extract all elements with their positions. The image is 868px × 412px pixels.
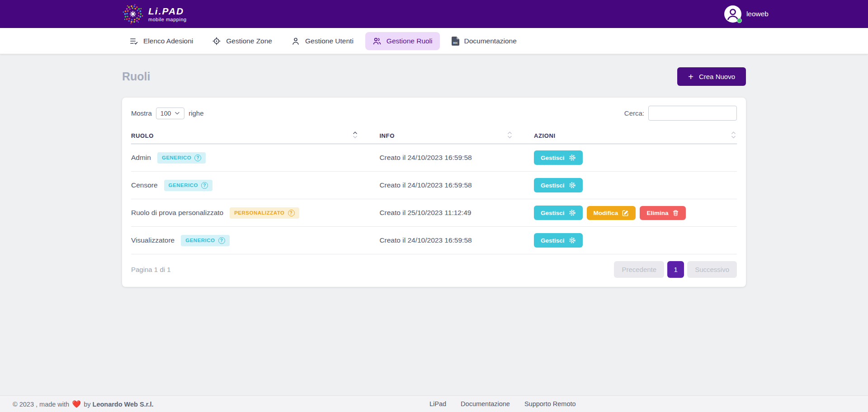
table-row: CensoreGENERICO?Creato il 24/10/2023 16:… [131, 172, 737, 199]
elimina-button[interactable]: Elimina [640, 206, 686, 220]
modifica-button[interactable]: Modifica [587, 206, 636, 220]
users-icon [373, 37, 382, 46]
nav-elenco-adesioni[interactable]: Elenco Adesioni [122, 32, 200, 50]
user-icon [291, 37, 300, 46]
gear-icon [569, 182, 576, 189]
plus-icon: + [688, 72, 693, 81]
edit-icon [622, 210, 629, 216]
nav-gestione-ruoli[interactable]: Gestione Ruoli [365, 32, 440, 50]
role-type-badge: GENERICO? [181, 235, 229, 246]
footer-link-lipad[interactable]: LiPad [429, 400, 446, 407]
help-icon[interactable]: ? [201, 182, 208, 189]
help-icon[interactable]: ? [218, 237, 225, 244]
company-name: Leonardo Web S.r.l. [93, 401, 154, 408]
created-at-text: Creato il 24/10/2023 16:59:58 [379, 236, 472, 244]
nav-label: Gestione Zone [226, 37, 272, 45]
copyright: © 2023 , made with ❤️ by Leonardo Web S.… [13, 400, 154, 408]
role-name: Ruolo di prova personalizzato [131, 208, 223, 216]
column-header-info[interactable]: INFO [379, 127, 534, 144]
username-label: leoweb [746, 10, 769, 18]
list-check-icon [129, 37, 138, 46]
nav-gestione-utenti[interactable]: Gestione Utenti [284, 32, 361, 50]
gear-icon [569, 209, 576, 216]
top-header: Li.PAD mobile mapping leoweb [0, 0, 868, 28]
show-label: Mostra [131, 109, 152, 117]
page-summary: Pagina 1 di 1 [131, 266, 171, 273]
column-header-ruolo[interactable]: RUOLO [131, 127, 379, 144]
table-row: VisualizzatoreGENERICO?Creato il 24/10/2… [131, 227, 737, 254]
column-header-azioni[interactable]: AZIONI [534, 127, 737, 144]
footer-links: LiPad Documentazione Supporto Remoto [429, 400, 576, 407]
trash-icon [672, 210, 679, 216]
footer-link-supporto-remoto[interactable]: Supporto Remoto [524, 400, 576, 407]
role-type-badge: PERSONALIZZATO? [230, 207, 299, 219]
gear-icon [569, 154, 576, 161]
role-name: Censore [131, 181, 158, 188]
page-1-button[interactable]: 1 [667, 261, 684, 278]
role-type-badge: GENERICO? [164, 180, 212, 191]
table-row: Ruolo di prova personalizzatoPERSONALIZZ… [131, 199, 737, 227]
user-menu[interactable]: leoweb [724, 5, 769, 23]
previous-page-button[interactable]: Precedente [614, 261, 664, 278]
app-logo[interactable]: Li.PAD mobile mapping [122, 3, 187, 25]
gestisci-button[interactable]: Gestisci [534, 206, 583, 220]
role-name: Admin [131, 153, 151, 161]
gestisci-button[interactable]: Gestisci [534, 150, 583, 165]
sort-icons [507, 131, 512, 138]
rows-label: righe [189, 109, 203, 117]
roles-card: Mostra 100 righe Cerca: [122, 98, 746, 287]
create-new-button[interactable]: + Crea Nuovo [677, 67, 746, 86]
next-page-button[interactable]: Successivo [687, 261, 737, 278]
nav-label: Elenco Adesioni [143, 37, 193, 45]
sort-icons [353, 131, 358, 138]
lipad-logo-icon [122, 3, 144, 25]
nav-label: Gestione Ruoli [387, 37, 433, 45]
role-name: Visualizzatore [131, 236, 175, 243]
nav-label: Gestione Utenti [305, 37, 354, 45]
logo-subtitle: mobile mapping [148, 17, 187, 22]
main-nav: Elenco Adesioni Gestione Zone Gestione U… [0, 28, 868, 54]
table-row: AdminGENERICO?Creato il 24/10/2023 16:59… [131, 144, 737, 172]
avatar [724, 5, 741, 23]
search-input[interactable] [648, 106, 737, 121]
page-title: Ruoli [122, 70, 151, 83]
gear-icon [569, 237, 576, 244]
role-type-badge: GENERICO? [157, 152, 206, 164]
sort-icons [731, 131, 736, 138]
logo-title: Li.PAD [148, 6, 187, 16]
online-status-dot [737, 18, 742, 23]
gestisci-button[interactable]: Gestisci [534, 178, 583, 192]
footer-link-documentazione[interactable]: Documentazione [461, 400, 510, 407]
roles-table: RUOLO INFO [131, 127, 737, 254]
heart-icon: ❤️ [72, 400, 81, 408]
search-label: Cerca: [624, 109, 644, 117]
nav-documentazione[interactable]: DOC Documentazione [444, 32, 524, 50]
footer: © 2023 , made with ❤️ by Leonardo Web S.… [0, 395, 868, 412]
page-size-select[interactable]: 100 [156, 108, 184, 119]
nav-gestione-zone[interactable]: Gestione Zone [205, 32, 279, 50]
pagination: Precedente 1 Successivo [614, 261, 737, 278]
created-at-text: Creato il 24/10/2023 16:59:58 [379, 181, 472, 189]
created-at-text: Creato il 24/10/2023 16:59:58 [379, 154, 472, 161]
gestisci-button[interactable]: Gestisci [534, 233, 583, 248]
nav-label: Documentazione [464, 37, 517, 45]
created-at-text: Creato il 25/10/2023 11:12:49 [379, 209, 471, 216]
chevron-down-icon [175, 112, 180, 115]
help-icon[interactable]: ? [194, 154, 201, 161]
roles-table-body: AdminGENERICO?Creato il 24/10/2023 16:59… [131, 144, 737, 254]
svg-text:DOC: DOC [453, 42, 458, 44]
target-icon [212, 37, 221, 46]
help-icon[interactable]: ? [288, 210, 295, 216]
doc-file-icon: DOC [452, 37, 459, 46]
